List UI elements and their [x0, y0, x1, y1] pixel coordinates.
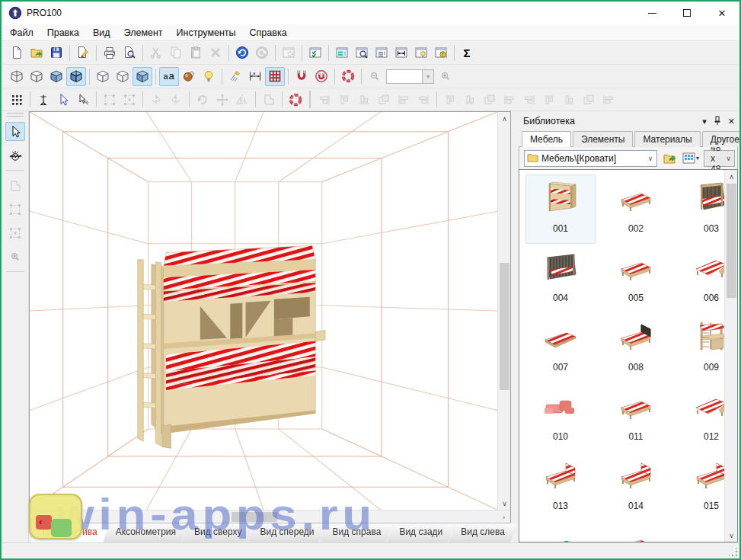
menu-edit[interactable]: Правка	[40, 25, 86, 40]
library-item-thumbnail	[618, 387, 654, 427]
align-center-button	[460, 90, 480, 109]
antialiasing-button[interactable]: aa	[159, 67, 179, 86]
menu-tools[interactable]: Инструменты	[170, 25, 243, 40]
library-item-004[interactable]: 004	[525, 244, 596, 313]
pointer-tool-button[interactable]	[53, 90, 73, 109]
pin-icon[interactable]	[713, 116, 722, 127]
texture-view-button[interactable]	[66, 67, 86, 86]
canvas-horizontal-scrollbar[interactable]: ‹ ›	[30, 510, 510, 523]
view-tab-4[interactable]: Вид спереди	[248, 523, 327, 542]
library-item-008[interactable]: 008	[601, 313, 671, 382]
resize-grip[interactable]	[729, 548, 738, 557]
save-button[interactable]	[46, 43, 66, 62]
scroll-right-arrow[interactable]: ›	[497, 510, 510, 523]
library-path-combo[interactable]: Мебель\[Кровати] ∨	[524, 150, 657, 167]
print-preview-button[interactable]	[120, 43, 139, 62]
library-tab-1[interactable]: Мебель	[522, 131, 571, 147]
snap-center-button[interactable]	[311, 67, 331, 86]
pricing-window-button[interactable]	[431, 43, 451, 62]
mag-minus-icon	[367, 69, 382, 84]
view-tab-7[interactable]: Вид слева	[449, 523, 517, 542]
show-dimensions-button[interactable]: a	[245, 67, 265, 86]
insert-point-button[interactable]	[34, 90, 53, 109]
close-button[interactable]: ✕	[704, 2, 739, 24]
library-item-label: 006	[704, 293, 719, 303]
color-view-button[interactable]	[46, 67, 66, 86]
toolbar-grip[interactable]	[7, 113, 24, 117]
mixed-mode-button[interactable]	[113, 67, 133, 86]
draw-tool-button[interactable]	[73, 90, 93, 109]
structure-button[interactable]	[332, 43, 352, 62]
canvas-vertical-scrollbar[interactable]: ∧ ∨	[497, 112, 510, 510]
cut-tool-button[interactable]	[5, 146, 25, 165]
thumbnail-size-combo[interactable]: 48 x 48 ∨	[704, 150, 735, 167]
show-grid-button[interactable]	[265, 67, 285, 86]
sketch-view-button[interactable]	[27, 67, 46, 86]
lighting-window-button[interactable]	[411, 43, 431, 62]
close-panel-icon[interactable]: ✕	[728, 117, 735, 126]
view-mode-button[interactable]: ▾	[682, 149, 700, 168]
library-tab-4[interactable]: Другое	[702, 131, 741, 147]
menu-view[interactable]: Вид	[86, 25, 117, 40]
scroll-thumb[interactable]	[232, 512, 277, 522]
menu-help[interactable]: Справка	[243, 25, 294, 40]
zoom-level-combo[interactable]: ▾	[386, 69, 434, 84]
preview-window-button[interactable]	[352, 43, 372, 62]
view-tab-5[interactable]: Вид справа	[321, 523, 394, 542]
view-tab-6[interactable]: Вид сзади	[387, 523, 455, 542]
panel-menu-icon[interactable]: ▾	[702, 117, 707, 126]
library-item-011[interactable]: 011	[601, 382, 671, 452]
dimensions-window-button[interactable]	[391, 43, 411, 62]
properties-button[interactable]	[73, 43, 93, 62]
select-tool-button[interactable]	[5, 122, 25, 141]
library-item-017[interactable]: 017	[601, 521, 671, 542]
lifebuoy-icon	[288, 92, 303, 107]
draft-mode-button[interactable]	[225, 67, 245, 86]
center-view-button[interactable]	[338, 67, 358, 86]
scroll-up-arrow[interactable]: ∧	[725, 170, 738, 183]
scroll-down-arrow[interactable]: ∨	[725, 529, 738, 542]
maximize-button[interactable]	[669, 2, 704, 24]
design-canvas-3d[interactable]	[30, 112, 497, 510]
summary-button[interactable]: Σ	[458, 43, 477, 62]
view-tab-3[interactable]: Вид сверху	[182, 523, 254, 542]
library-item-013[interactable]: 013	[525, 452, 596, 521]
scroll-left-arrow[interactable]: ‹	[30, 510, 43, 523]
undo-button[interactable]	[232, 43, 252, 62]
scroll-thumb[interactable]	[500, 263, 509, 390]
library-item-007[interactable]: 007	[525, 313, 596, 382]
library-item-010[interactable]: 010	[525, 382, 596, 452]
menu-file[interactable]: Файл	[3, 25, 40, 40]
library-scrollbar[interactable]: ∧ ∨	[724, 170, 737, 542]
standards-button[interactable]	[305, 43, 325, 62]
element-list-button[interactable]	[372, 43, 391, 62]
light-button[interactable]	[199, 67, 219, 86]
library-item-001[interactable]: 001	[525, 174, 596, 244]
open-button[interactable]	[27, 43, 46, 62]
scroll-thumb[interactable]	[727, 184, 736, 298]
snap-button[interactable]	[292, 67, 311, 86]
scroll-down-arrow[interactable]: ∨	[498, 497, 511, 510]
folder-up-button[interactable]	[661, 149, 678, 168]
library-tab-2[interactable]: Элементы	[573, 131, 634, 147]
scroll-up-arrow[interactable]: ∧	[498, 112, 511, 125]
panel-splitter[interactable]	[511, 111, 517, 542]
view-tab-1[interactable]: Перспектива	[30, 523, 110, 542]
svg-text:a: a	[164, 72, 169, 81]
view-tab-2[interactable]: Аксонометрия	[104, 523, 188, 542]
orbit-button[interactable]	[286, 90, 305, 109]
print-button[interactable]	[100, 43, 120, 62]
contour-mode-button[interactable]	[93, 67, 113, 86]
library-item-002[interactable]: 002	[601, 174, 671, 244]
menu-element[interactable]: Элемент	[117, 25, 170, 40]
library-item-014[interactable]: 014	[601, 452, 671, 521]
shading-button[interactable]	[179, 67, 199, 86]
minimize-button[interactable]	[634, 2, 669, 24]
wireframe-view-button[interactable]	[7, 67, 27, 86]
solid-mode-button[interactable]	[133, 67, 152, 86]
grid-select-button[interactable]	[7, 90, 27, 109]
library-item-016[interactable]: 016	[525, 521, 596, 542]
new-button[interactable]	[7, 43, 27, 62]
library-item-005[interactable]: 005	[601, 244, 671, 313]
library-tab-3[interactable]: Материалы	[634, 131, 700, 147]
